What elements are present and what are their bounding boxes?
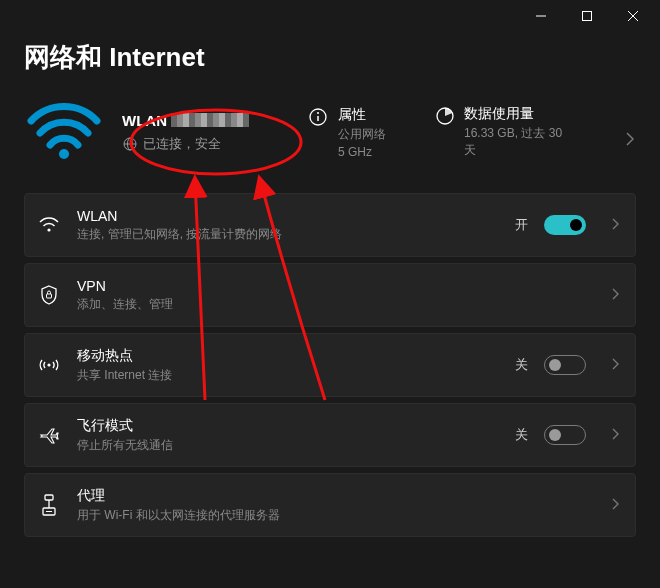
wifi-large-icon bbox=[24, 103, 104, 161]
hero-properties[interactable]: 属性 公用网络 5 GHz bbox=[308, 106, 418, 159]
row-sub: 添加、连接、管理 bbox=[77, 296, 586, 313]
minimize-button[interactable] bbox=[518, 0, 564, 32]
row-airplane[interactable]: 飞行模式 停止所有无线通信 关 bbox=[24, 403, 636, 467]
page-title: 网络和 Internet bbox=[24, 40, 636, 75]
svg-point-14 bbox=[47, 363, 50, 366]
properties-sub1: 公用网络 bbox=[338, 126, 386, 143]
connection-status: 已连接，安全 bbox=[143, 135, 221, 153]
airplane-icon bbox=[37, 423, 61, 447]
row-title: 代理 bbox=[77, 487, 586, 505]
shield-lock-icon bbox=[37, 283, 61, 307]
data-usage-sub: 16.33 GB, 过去 30 天 bbox=[464, 125, 566, 159]
airplane-toggle[interactable] bbox=[544, 425, 586, 445]
wlan-toggle[interactable] bbox=[544, 215, 586, 235]
maximize-button[interactable] bbox=[564, 0, 610, 32]
hotspot-icon bbox=[37, 353, 61, 377]
toggle-state-label: 关 bbox=[515, 426, 528, 444]
chevron-right-icon bbox=[612, 216, 619, 234]
hero-chevron-icon[interactable] bbox=[626, 114, 636, 150]
hotspot-toggle[interactable] bbox=[544, 355, 586, 375]
ssid-label: WLAN bbox=[122, 112, 167, 129]
chevron-right-icon bbox=[612, 426, 619, 444]
svg-point-4 bbox=[59, 149, 69, 159]
info-icon bbox=[308, 107, 328, 127]
chevron-right-icon bbox=[612, 286, 619, 304]
close-button[interactable] bbox=[610, 0, 656, 32]
data-usage-icon bbox=[436, 106, 454, 126]
svg-point-9 bbox=[317, 112, 319, 114]
row-sub: 停止所有无线通信 bbox=[77, 437, 499, 454]
row-vpn[interactable]: VPN 添加、连接、管理 bbox=[24, 263, 636, 327]
row-sub: 用于 Wi-Fi 和以太网连接的代理服务器 bbox=[77, 507, 586, 524]
svg-rect-13 bbox=[47, 294, 52, 298]
hero-panel: WLAN 已连接，安全 属性 公用网络 5 GHz bbox=[24, 99, 636, 171]
row-hotspot[interactable]: 移动热点 共享 Internet 连接 关 bbox=[24, 333, 636, 397]
ssid-redacted bbox=[171, 113, 249, 127]
row-title: WLAN bbox=[77, 208, 499, 224]
window-titlebar bbox=[0, 0, 660, 32]
hero-data-usage[interactable]: 数据使用量 16.33 GB, 过去 30 天 bbox=[436, 105, 566, 159]
row-sub: 共享 Internet 连接 bbox=[77, 367, 499, 384]
proxy-icon bbox=[37, 493, 61, 517]
svg-rect-15 bbox=[45, 495, 53, 500]
properties-sub2: 5 GHz bbox=[338, 145, 386, 159]
hero-connection[interactable]: WLAN 已连接，安全 bbox=[122, 112, 290, 153]
svg-rect-1 bbox=[583, 12, 592, 21]
chevron-right-icon bbox=[612, 356, 619, 374]
row-sub: 连接, 管理已知网络, 按流量计费的网络 bbox=[77, 226, 499, 243]
toggle-state-label: 开 bbox=[515, 216, 528, 234]
row-title: 飞行模式 bbox=[77, 417, 499, 435]
row-proxy[interactable]: 代理 用于 Wi-Fi 和以太网连接的代理服务器 bbox=[24, 473, 636, 537]
row-wlan[interactable]: WLAN 连接, 管理已知网络, 按流量计费的网络 开 bbox=[24, 193, 636, 257]
svg-point-12 bbox=[47, 228, 50, 231]
wifi-icon bbox=[37, 213, 61, 237]
chevron-right-icon bbox=[612, 496, 619, 514]
globe-icon bbox=[122, 136, 137, 151]
data-usage-label: 数据使用量 bbox=[464, 105, 566, 123]
row-title: 移动热点 bbox=[77, 347, 499, 365]
properties-label: 属性 bbox=[338, 106, 386, 124]
toggle-state-label: 关 bbox=[515, 356, 528, 374]
row-title: VPN bbox=[77, 278, 586, 294]
